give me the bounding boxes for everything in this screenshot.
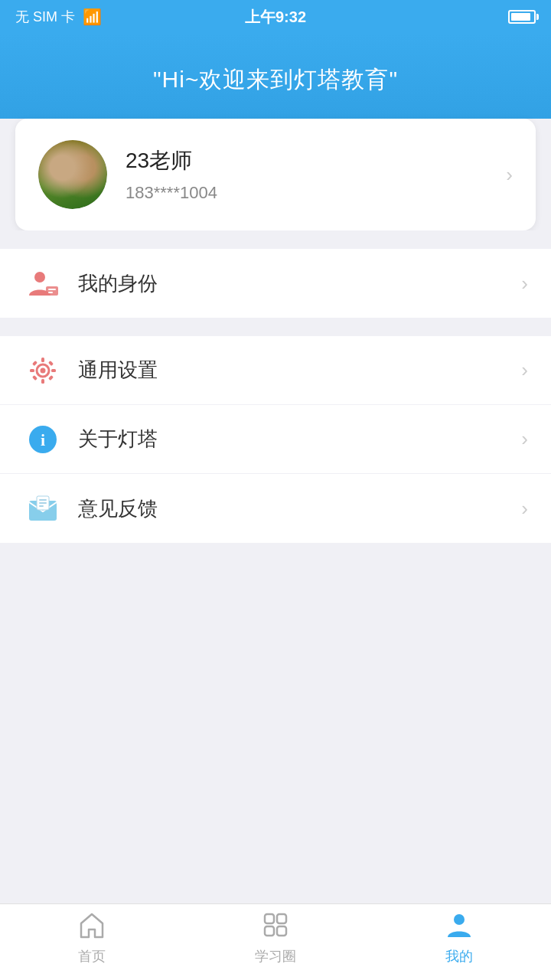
svg-point-4: [41, 368, 46, 373]
profile-card[interactable]: 23老师 183****1004 ›: [15, 119, 536, 230]
svg-rect-3: [48, 292, 53, 293]
nav-item-home[interactable]: 首页: [0, 911, 184, 973]
menu-label-feedback: 意见反馈: [78, 495, 521, 522]
svg-point-24: [454, 914, 465, 925]
nav-item-mine[interactable]: 我的: [367, 911, 551, 973]
profile-info: 23老师 183****1004: [126, 146, 498, 203]
svg-rect-8: [51, 369, 56, 372]
svg-rect-19: [39, 505, 44, 507]
menu-label-identity: 我的身份: [78, 270, 521, 297]
profile-card-wrapper: 23老师 183****1004 ›: [0, 119, 551, 230]
svg-text:i: i: [41, 430, 45, 449]
status-carrier: 无 SIM 卡 📶: [15, 8, 102, 26]
svg-rect-18: [39, 502, 47, 504]
svg-rect-23: [277, 926, 286, 936]
status-time: 上午9:32: [245, 7, 306, 28]
profile-chevron-icon: ›: [506, 163, 513, 187]
menu-section-main: 通用设置 › i 关于灯塔 ›: [0, 336, 551, 543]
battery-icon: [508, 10, 536, 24]
bottom-navigation: 首页 学习圈 我的: [0, 903, 551, 980]
identity-icon: [23, 263, 63, 303]
svg-rect-1: [46, 286, 58, 296]
home-icon: [78, 911, 106, 942]
menu-chevron-about: ›: [521, 427, 528, 451]
nav-label-mine: 我的: [445, 947, 473, 965]
svg-point-0: [34, 272, 45, 283]
svg-rect-5: [41, 358, 44, 362]
menu-chevron-feedback: ›: [521, 497, 528, 521]
info-icon: i: [23, 420, 63, 459]
header-title: "Hi~欢迎来到灯塔教育": [15, 64, 536, 96]
menu-chevron-identity: ›: [521, 272, 528, 296]
menu-item-about[interactable]: i 关于灯塔 ›: [0, 405, 551, 474]
menu-item-feedback[interactable]: 意见反馈 ›: [0, 474, 551, 543]
svg-rect-22: [265, 926, 274, 936]
mail-icon: [23, 488, 63, 528]
apps-icon: [262, 911, 289, 942]
svg-rect-9: [32, 360, 37, 365]
empty-area: [0, 543, 551, 773]
section-gap-1: [0, 230, 551, 249]
menu-chevron-settings: ›: [521, 358, 528, 382]
menu-section-identity: 我的身份 ›: [0, 249, 551, 318]
profile-phone: 183****1004: [126, 183, 498, 203]
gear-icon: [23, 351, 63, 390]
svg-rect-21: [277, 914, 286, 923]
svg-rect-12: [48, 374, 54, 380]
menu-item-identity[interactable]: 我的身份 ›: [0, 249, 551, 318]
menu-label-about: 关于灯塔: [78, 426, 521, 452]
svg-rect-10: [48, 360, 54, 365]
nav-item-circle[interactable]: 学习圈: [184, 911, 367, 973]
menu-label-settings: 通用设置: [78, 357, 521, 384]
svg-rect-17: [39, 499, 47, 501]
profile-name: 23老师: [126, 146, 498, 175]
status-battery: [508, 10, 536, 24]
svg-rect-2: [48, 289, 56, 290]
svg-rect-6: [41, 379, 44, 384]
wifi-icon: 📶: [83, 8, 102, 26]
svg-rect-11: [32, 374, 37, 380]
status-bar: 无 SIM 卡 📶 上午9:32: [0, 0, 551, 34]
svg-rect-7: [30, 369, 34, 372]
svg-rect-20: [265, 914, 274, 923]
nav-label-circle: 学习圈: [255, 947, 296, 965]
section-gap-2: [0, 318, 551, 336]
menu-item-settings[interactable]: 通用设置 ›: [0, 336, 551, 405]
person-icon: [445, 911, 473, 942]
avatar-image: [38, 140, 107, 209]
nav-label-home: 首页: [78, 947, 106, 965]
avatar: [38, 140, 107, 209]
